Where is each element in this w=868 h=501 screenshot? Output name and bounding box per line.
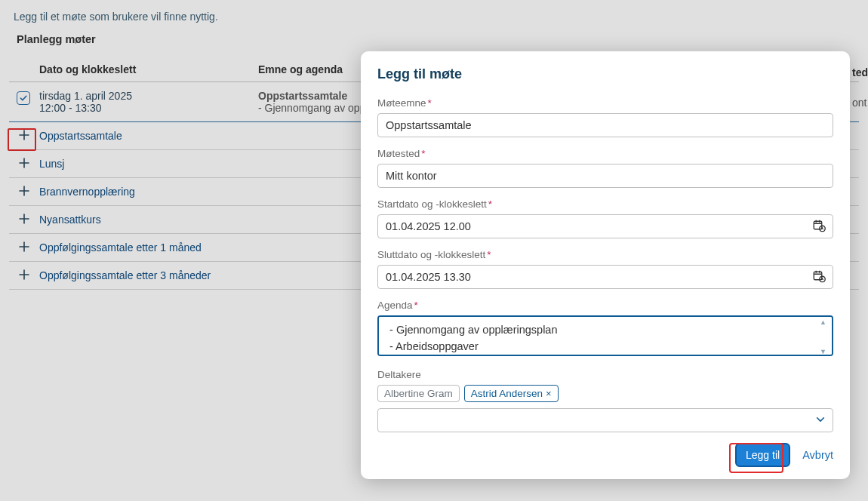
label-location: Møtested* — [377, 148, 833, 159]
chevron-down-icon — [815, 414, 826, 427]
label-start: Startdato og -klokkeslett* — [377, 198, 833, 210]
agenda-textarea[interactable] — [377, 315, 833, 356]
location-input[interactable] — [377, 164, 833, 188]
remove-chip-icon[interactable]: × — [546, 388, 552, 399]
end-datetime-input[interactable] — [377, 265, 833, 289]
calendar-clock-icon[interactable] — [812, 269, 826, 285]
subject-input[interactable] — [377, 113, 833, 137]
participant-chip[interactable]: Astrid Andersen × — [464, 385, 559, 402]
participant-chip: Albertine Gram — [377, 385, 460, 402]
label-end: Sluttdato og -klokkeslett* — [377, 249, 833, 260]
label-subject: Møteemne* — [377, 97, 833, 109]
start-datetime-input[interactable] — [377, 214, 833, 238]
label-participants: Deltakere — [377, 369, 833, 380]
add-meeting-modal: Legg til møte Møteemne* Møtested* Startd… — [361, 51, 850, 479]
modal-title: Legg til møte — [377, 66, 833, 82]
label-agenda: Agenda* — [377, 300, 833, 311]
calendar-clock-icon[interactable] — [812, 219, 826, 235]
participants-select[interactable] — [377, 408, 833, 432]
textarea-scroll-icon: ▲▼ — [820, 318, 829, 355]
cancel-button[interactable]: Avbryt — [802, 449, 833, 461]
add-button[interactable]: Legg til — [735, 443, 790, 467]
svg-rect-2 — [814, 272, 822, 280]
svg-rect-0 — [814, 221, 822, 229]
